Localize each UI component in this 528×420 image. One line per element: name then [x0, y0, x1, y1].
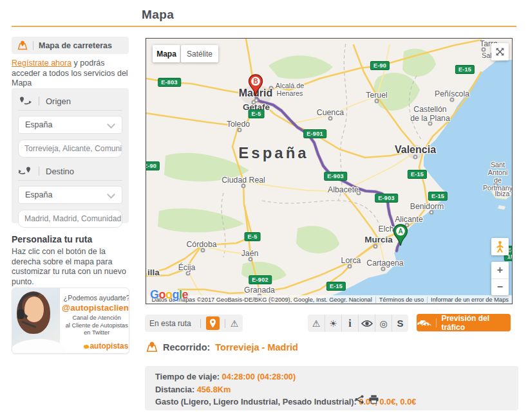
- divider: [200, 319, 201, 328]
- map-type-button-map[interactable]: Mapa: [153, 45, 180, 62]
- map-city-label: Toledo: [227, 120, 250, 129]
- route-summary-value: Torrevieja - Madrid: [215, 342, 298, 352]
- fullscreen-button[interactable]: [491, 43, 509, 60]
- origin-country-value: España: [25, 120, 52, 129]
- twitter-handle: @autopistaclient: [62, 303, 129, 313]
- page-title: Mapa: [142, 8, 174, 22]
- destination-label: Destino: [46, 167, 74, 176]
- destination-country-select[interactable]: España: [18, 186, 122, 204]
- map-labels: MadridAlcalá de HenaresGetafeToledoCuenc…: [146, 39, 512, 304]
- zoom-in-button[interactable]: +: [491, 262, 509, 279]
- route-toolbar-label: En esta ruta: [149, 319, 191, 328]
- map-city-label: Benidorm: [410, 203, 444, 212]
- sidebar-header-label: Mapa de carreteras: [39, 41, 112, 50]
- chevron-down-icon: [107, 190, 115, 199]
- pegman-control[interactable]: [491, 238, 509, 255]
- trip-time-value: 04:28:00 (04:28:00): [222, 372, 296, 381]
- traffic-forecast-button[interactable]: Previsión del tráfico: [417, 314, 511, 331]
- map-city-label: Lorca: [341, 257, 361, 266]
- title-divider: [12, 26, 516, 27]
- route-summary-label: Recorrido:: [163, 342, 210, 352]
- trip-distance-row: Distancia: 456.8Km: [155, 385, 518, 397]
- map-city-label: Granada: [244, 286, 275, 295]
- info-icon[interactable]: i: [341, 315, 358, 332]
- origin-pin-icon: [18, 96, 32, 106]
- print-button[interactable]: [369, 395, 379, 404]
- destination-country-value: España: [25, 190, 52, 199]
- chevron-down-icon: [107, 120, 115, 129]
- road-badge: E-15: [428, 192, 448, 201]
- road-badge: E-15: [455, 65, 475, 74]
- support-question: ¿Podemos ayudarte?: [62, 294, 129, 302]
- support-line1: Canal de Atención: [62, 315, 129, 322]
- map-city-label: Teruel: [366, 91, 388, 100]
- origin-label: Origen: [46, 96, 71, 106]
- trip-cost-row: Gasto (Ligero, Ligero Industrial, Pesado…: [155, 397, 518, 410]
- destination-input[interactable]: Madrid, Madrid, Comunidad de Ma: [18, 210, 122, 228]
- trip-time-row: Tiempo de viaje: 04:28:00 (04:28:00): [155, 372, 518, 385]
- map-city-label: Écija: [178, 264, 196, 273]
- trip-time-label: Tiempo de viaje:: [155, 372, 220, 381]
- share-button[interactable]: [355, 395, 364, 404]
- map-city-label: Alcalá de Henares: [276, 82, 304, 98]
- destination-header: Destino: [18, 165, 122, 178]
- origin-country-select[interactable]: España: [18, 116, 122, 134]
- terms-link[interactable]: Términos de uso: [375, 297, 427, 303]
- map-city-label: Sant Antoni de Portmany: [483, 161, 513, 192]
- map-marker-a[interactable]: A: [393, 224, 408, 250]
- camera-eye-icon[interactable]: [358, 315, 375, 332]
- divider: [18, 180, 122, 181]
- register-link[interactable]: Regístrate ahora: [12, 59, 71, 68]
- divider: [225, 319, 225, 328]
- divider: [39, 167, 39, 176]
- zoom-out-button[interactable]: −: [491, 279, 509, 296]
- map-city-label: Peñíscola: [435, 90, 469, 99]
- road-badge: E-803: [158, 78, 181, 87]
- pegman-icon: [496, 241, 504, 253]
- map-city-dot: [373, 244, 378, 249]
- sidebar-header: Mapa de carreteras: [12, 37, 129, 54]
- target-icon[interactable]: ◎: [375, 315, 391, 332]
- route-poi-button[interactable]: [206, 316, 220, 330]
- support-banner[interactable]: ¿Podemos ayudarte? @autopistaclient Cana…: [12, 288, 129, 354]
- svg-text:B: B: [253, 78, 258, 85]
- incidents-icon[interactable]: ⚠: [308, 315, 325, 332]
- cars-icon: [417, 318, 431, 327]
- report-error-link[interactable]: Informar de un error de Maps: [427, 297, 512, 303]
- road-badge: E-903: [375, 194, 398, 203]
- trip-details-panel: Tiempo de viaje: 04:28:00 (04:28:00) Dis…: [145, 366, 518, 410]
- origin-input[interactable]: Torrevieja, Alicante, Comunidad V: [18, 140, 122, 158]
- road-badge: E-90: [370, 61, 390, 70]
- map-city-label: Castellón de la Plana: [410, 105, 450, 123]
- support-banner-text: ¿Podemos ayudarte? @autopistaclient Cana…: [60, 288, 129, 353]
- route-incidents-button[interactable]: ⚠: [231, 318, 239, 329]
- map-city-label: Jaén: [241, 250, 259, 259]
- google-logo[interactable]: Google: [150, 288, 188, 302]
- pin-icon: [209, 318, 216, 328]
- divider: [18, 110, 122, 111]
- divider: [39, 96, 39, 105]
- map-city-label: Ibiza: [495, 190, 510, 198]
- share-print-group: [355, 395, 379, 404]
- map-city-label: Valencia: [395, 144, 436, 156]
- traffic-button-label: Previsión del tráfico: [441, 314, 511, 332]
- autopistas-logo: autopistas: [62, 342, 129, 351]
- fullscreen-icon: [495, 47, 505, 57]
- support-line2: al Cliente de Autopistas: [62, 322, 129, 330]
- road-badge: E-15: [326, 282, 346, 291]
- map-type-button-satellite[interactable]: Satélite: [181, 45, 218, 62]
- destination-pin-icon: [18, 167, 32, 176]
- road-badge: E-903: [324, 172, 347, 181]
- map-marker-b[interactable]: B: [248, 74, 263, 100]
- route-map-icon: [146, 342, 158, 353]
- road-badge: E-5: [249, 109, 265, 118]
- trip-cost-label: Gasto (Ligero, Ligero Industrial, Pesado…: [155, 397, 357, 406]
- map-canvas[interactable]: MadridAlcalá de HenaresGetafeToledoCuenc…: [146, 38, 513, 304]
- map-city-label: Albacete: [328, 186, 359, 195]
- personalize-text: Haz clic con el botón de la derecha sobr…: [12, 247, 133, 287]
- layers-toolbar: ⚠ ☀ i ◎ S: [308, 315, 408, 332]
- zoom-control: + −: [491, 262, 509, 295]
- service-areas-icon[interactable]: S: [391, 315, 408, 332]
- svg-text:A: A: [398, 228, 402, 235]
- weather-icon[interactable]: ☀: [325, 315, 341, 332]
